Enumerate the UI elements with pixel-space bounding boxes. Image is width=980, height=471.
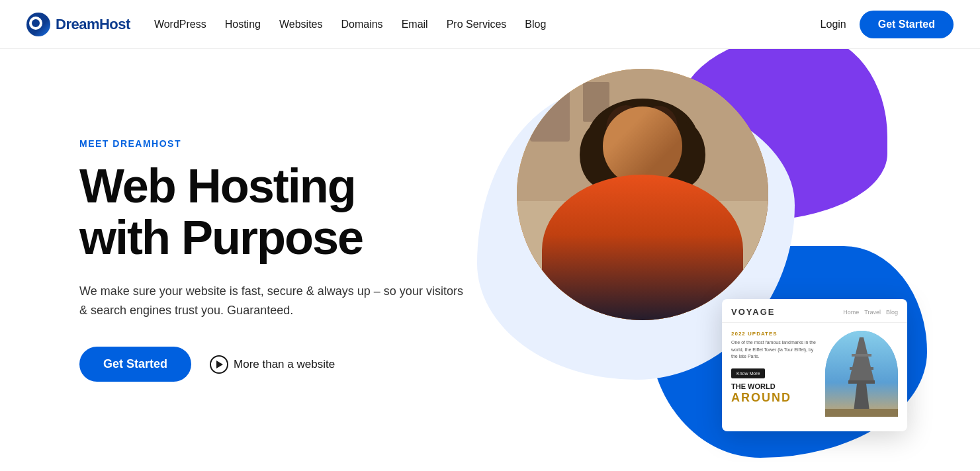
nav-wordpress[interactable]: WordPress <box>154 16 206 33</box>
dreamhost-logo-icon <box>26 13 50 36</box>
hero-content: MEET DREAMHOST Web Hosting with Purpose … <box>79 138 490 382</box>
card-voyage-title: VOYAGE <box>731 307 775 317</box>
svg-rect-29 <box>825 409 898 417</box>
main-nav: WordPress Hosting Websites Domains Email… <box>154 16 547 33</box>
svg-point-14 <box>619 161 633 173</box>
card-nav-travel: Travel <box>864 309 881 316</box>
nav-hosting[interactable]: Hosting <box>225 16 261 33</box>
hero-actions: Get Started More than a website <box>79 347 490 382</box>
card-cta-button[interactable]: Know More <box>731 368 765 378</box>
card-nav-blog: Blog <box>886 309 898 316</box>
card-nav: Home Travel Blog <box>843 309 898 316</box>
card-body: 2022 UPDATES One of the most famous land… <box>722 323 907 425</box>
svg-point-16 <box>623 164 631 172</box>
svg-point-15 <box>652 161 666 173</box>
logo-full-text: DreamHost <box>56 16 130 32</box>
navbar-left: DreamHost WordPress Hosting Websites Dom… <box>26 10 546 39</box>
website-card-mockup: VOYAGE Home Travel Blog 2022 UPDATES One… <box>722 299 907 431</box>
person-image <box>517 69 768 320</box>
card-update-label: 2022 UPDATES <box>731 331 819 337</box>
hero-description: We make sure your website is fast, secur… <box>79 282 463 320</box>
svg-rect-21 <box>619 249 665 308</box>
card-header: VOYAGE Home Travel Blog <box>722 299 907 323</box>
card-nav-home: Home <box>843 309 859 316</box>
nav-blog[interactable]: Blog <box>525 16 546 33</box>
nav-websites[interactable]: Websites <box>279 16 323 33</box>
card-text-column: 2022 UPDATES One of the most famous land… <box>731 331 819 417</box>
more-link-label: More than a website <box>234 358 335 371</box>
svg-rect-2 <box>530 89 570 142</box>
login-button[interactable]: Login <box>821 19 846 30</box>
card-update-text: One of the most famous landmarks in the … <box>731 339 819 361</box>
svg-point-20 <box>636 175 649 185</box>
person-svg <box>517 69 768 320</box>
more-than-website-link[interactable]: More than a website <box>210 355 335 374</box>
svg-point-13 <box>641 106 678 148</box>
svg-rect-28 <box>848 380 875 384</box>
nav-pro-services[interactable]: Pro Services <box>447 16 507 33</box>
hero-photo-circle <box>517 69 768 320</box>
svg-rect-22 <box>623 253 660 301</box>
svg-point-11 <box>659 122 705 188</box>
hero-title: Web Hosting with Purpose <box>79 161 490 264</box>
svg-point-4 <box>557 234 729 320</box>
svg-point-12 <box>606 105 646 151</box>
nav-email[interactable]: Email <box>402 16 428 33</box>
hero-visual: VOYAGE Home Travel Blog 2022 UPDATES One… <box>490 49 927 471</box>
svg-rect-6 <box>655 214 688 296</box>
hero-title-line2: with Purpose <box>79 211 363 264</box>
nav-domains[interactable]: Domains <box>341 16 382 33</box>
play-triangle <box>216 361 223 368</box>
card-big-text-line2: AROUND <box>731 391 791 404</box>
card-big-text-line1: THE WORLD <box>731 382 776 390</box>
logo[interactable]: DreamHost <box>26 10 130 39</box>
play-icon <box>210 355 228 374</box>
svg-point-17 <box>656 164 664 172</box>
navbar-get-started-button[interactable]: Get Started <box>860 11 954 38</box>
svg-point-18 <box>627 165 630 168</box>
card-big-text: THE WORLD AROUND <box>731 382 819 406</box>
meet-label: MEET DREAMHOST <box>79 138 490 149</box>
navbar-right: Login Get Started <box>821 11 954 38</box>
card-eiffel-image <box>825 331 898 417</box>
eiffel-svg <box>825 331 898 417</box>
svg-rect-5 <box>596 211 629 292</box>
svg-rect-26 <box>852 354 871 357</box>
navbar: DreamHost WordPress Hosting Websites Dom… <box>0 0 980 49</box>
logo-text: DreamHost <box>56 16 130 33</box>
svg-point-7 <box>624 188 661 234</box>
hero-get-started-button[interactable]: Get Started <box>79 347 191 382</box>
hero-title-line1: Web Hosting <box>79 159 355 212</box>
svg-point-19 <box>660 165 663 168</box>
svg-rect-27 <box>850 367 873 370</box>
svg-point-10 <box>580 122 626 188</box>
hero-section: MEET DREAMHOST Web Hosting with Purpose … <box>0 49 980 471</box>
